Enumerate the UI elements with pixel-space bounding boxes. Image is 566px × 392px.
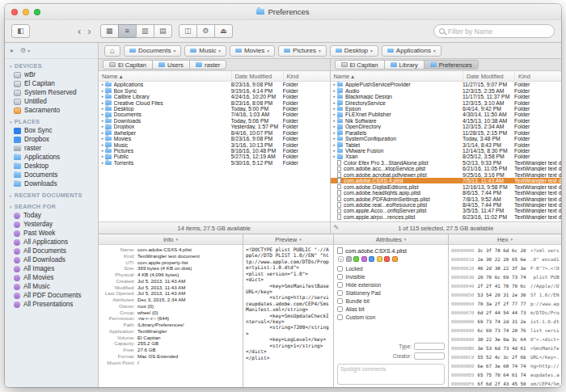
breadcrumb-raster[interactable]: raster [189,60,226,70]
column-header-kind[interactable]: Kind [283,71,330,81]
file-row[interactable]: ▸Calibre Library4/24/16, 10:20 PMFolder [99,94,330,99]
file-row[interactable]: ▸dwhelper8/4/16, 10:07 PMFolder [99,130,330,136]
eject-button[interactable]: ⏏ [214,24,233,38]
close-button[interactable] [11,9,18,15]
column-header-date-modified[interactable]: Date Modified [463,71,514,81]
sidebar-item-today[interactable]: Today [5,211,98,220]
label-color-swatch[interactable] [384,256,390,262]
checkbox-alias-bit[interactable]: Alias bit [337,305,393,313]
sidebar-item-yesterday[interactable]: Yesterday [5,220,98,229]
list-view-button[interactable]: ≡ [118,24,137,38]
file-row[interactable]: ▸FLEXnet Publisher4/30/14, 11:50 AMFolde… [331,112,562,117]
file-row[interactable]: ▸SystemConfigurationToday, 3:48 PMFolder [331,136,562,141]
sidebar-section-places[interactable]: ▾PLACES [5,115,98,126]
file-row[interactable]: ▸Pictures8/16/16, 10:48 PMFolder [99,148,330,154]
forward-button[interactable]: › [85,26,93,36]
file-row[interactable]: ▸Torrents5/30/16, 5:12 PMFolder [99,160,330,166]
spotlight-comments-box[interactable]: Spotlight comments [337,364,445,385]
sidebar-item-box-sync[interactable]: Box Sync [5,126,98,135]
titlebar[interactable]: Preferences [5,4,561,20]
sidebar-item-sacramento[interactable]: Sacramento [5,106,98,115]
breadcrumb-el-capitan[interactable]: El Capitan [335,60,385,70]
label-color-swatch[interactable] [377,256,382,262]
file-row[interactable]: Color Efex Pro 3...StandAlone.plist5/2/1… [331,160,562,166]
sidebar-item-all-movies[interactable]: All Movies [5,273,98,282]
file-row[interactable]: ▸Tablet3/1/14, 8:43 PMFolder [331,141,562,147]
file-row[interactable]: ▸Documents7/4/16, 1:03 AMFolder [99,112,330,117]
file-row[interactable]: com.adobe.DigitalEditions.plist12/16/13,… [331,183,562,189]
sidebar-item-untitled[interactable]: Untitled [5,97,98,106]
sidebar-item-dropbox[interactable]: Dropbox [5,135,98,144]
sidebar-item-all-documents[interactable]: All Documents [5,247,98,255]
file-row[interactable]: ▸Xsan8/25/12, 3:58 PMFolder [331,154,562,159]
file-row[interactable]: com.adobe.headlights.apip.plist8/6/15, 7… [331,190,562,196]
sidebar-item-all-pdf-documents[interactable]: All PDF Documents [5,291,98,300]
sidebar-item-raster[interactable]: raster [5,144,98,153]
label-color-swatch[interactable] [369,256,374,262]
file-row[interactable]: ▸Applications8/23/16, 9:08 PMFolder [99,82,330,87]
sidebar-item-all-music[interactable]: All Music [5,282,98,291]
home-button[interactable]: ⌂ [104,45,120,57]
breadcrumb-preferences[interactable]: Preferences [424,60,479,70]
file-row[interactable]: ▸ApplePushServiceProvider11/27/15, 9:07 … [331,82,562,87]
file-row[interactable]: com.apple.Acco...onfigServer.plist3/5/15… [331,208,562,213]
sidebar-item-documents[interactable]: Documents [5,171,98,179]
file-row[interactable]: ▸Parallels11/28/15, 2:15 PMFolder [331,130,562,136]
sidebar-disclosure-button[interactable]: ▸ [11,47,14,54]
file-row[interactable]: ▸VMware Fusion12/14/15, 8:30 PMFolder [331,148,562,154]
file-row[interactable]: ▸OpenDirectory12/3/15, 2:34 AMFolder [331,124,562,129]
sidebar-item-all-applications[interactable]: All Applications [5,238,98,247]
sidebar-item-el-capitan[interactable]: El Capitan [5,79,98,88]
column-view-button[interactable]: ▥ [136,24,154,38]
path-shortcut-applications[interactable]: Applications▾ [382,45,441,57]
minimize-button[interactable] [23,9,29,15]
file-row[interactable]: ▸DirectoryService12/3/15, 3:10 AMFolder [331,99,562,105]
sidebar-item-applications[interactable]: Applications [5,153,98,162]
file-row[interactable]: com.adobe.acrobat.pdfviewer.plist9/25/16… [331,172,562,178]
file-row[interactable]: com.adobe.acc...ktopService.plist6/21/16… [331,166,562,171]
dual-pane-button[interactable]: ◫ [179,24,197,38]
file-row[interactable]: ▸Creative Cloud Files8/23/16, 8:08 PMFol… [99,99,330,105]
breadcrumb-users[interactable]: Users [152,60,190,70]
attr-field-input[interactable] [414,343,445,350]
breadcrumb-el-capitan[interactable]: El Capitan [103,60,153,70]
checkbox-stationery-pad[interactable]: Stationery Pad [337,289,393,297]
filter-by-name-field[interactable] [433,24,555,38]
path-shortcut-documents[interactable]: Documents▾ [124,45,181,57]
column-header-name[interactable]: Name ▴ [99,71,231,81]
sidebar-section-recent-documents[interactable]: ▸RECENT DOCUMENTS [5,188,98,200]
file-row[interactable]: ▸Public5/27/15, 12:19 AMFolder [99,154,330,159]
sidebar-item-downloads[interactable]: Downloads [5,179,98,188]
checkbox-hide-extension[interactable]: Hide extension [337,280,393,289]
action-gear-button[interactable]: ⚙ [196,24,215,38]
sidebar-section-search-for[interactable]: ▾SEARCH FOR [5,200,98,211]
path-shortcut-desktop[interactable]: Desktop▾ [330,45,378,57]
label-none-swatch[interactable]: × [338,256,344,262]
label-color-swatch[interactable] [392,256,398,262]
sidebar-item-desktop[interactable]: Desktop [5,162,98,171]
sidebar-item-all-images[interactable]: All Images [5,264,98,273]
filter-input[interactable] [448,27,549,36]
file-row[interactable]: ▸Epson6/4/14, 9:42 PMFolder [331,106,562,112]
sidebar-item-past-week[interactable]: Past Week [5,229,98,238]
file-row[interactable]: ▸Movies8/23/16, 9:08 PMFolder [99,136,330,141]
label-color-swatch[interactable] [346,256,352,262]
path-shortcut-music[interactable]: Music▾ [184,45,226,57]
sidebar-item-wbr[interactable]: wBr [5,70,98,79]
attributes-module-header[interactable]: Attributes ▾ [334,234,448,245]
file-row[interactable]: com.adobe.CSXS.4.plist7/5/13, 11:43 AMTe… [331,178,562,183]
label-color-swatch[interactable] [361,256,367,262]
checkbox-locked[interactable]: Locked [337,264,393,272]
sidebar-item-all-presentations[interactable]: All Presentations [5,300,98,309]
path-shortcut-pictures[interactable]: Pictures▾ [278,45,327,57]
breadcrumb-library[interactable]: Library [384,60,424,70]
file-row[interactable]: ▸DesktopToday, 5:00 PMFolder [99,106,330,112]
file-row[interactable]: com.adobe.real...eoResource.plist8/4/15,… [331,202,562,208]
edit-icon[interactable]: ✎ [334,225,340,231]
icon-view-button[interactable]: ▦ [100,24,119,38]
path-shortcut-movies[interactable]: Movies▾ [230,45,275,57]
file-row[interactable]: com.adobe.PDFAdminSettings.plist7/8/13, … [331,196,562,201]
back-button[interactable]: ‹ [75,26,83,36]
preview-module-header[interactable]: Preview ▾ [243,234,333,245]
column-header-kind[interactable]: Kind [514,71,561,81]
